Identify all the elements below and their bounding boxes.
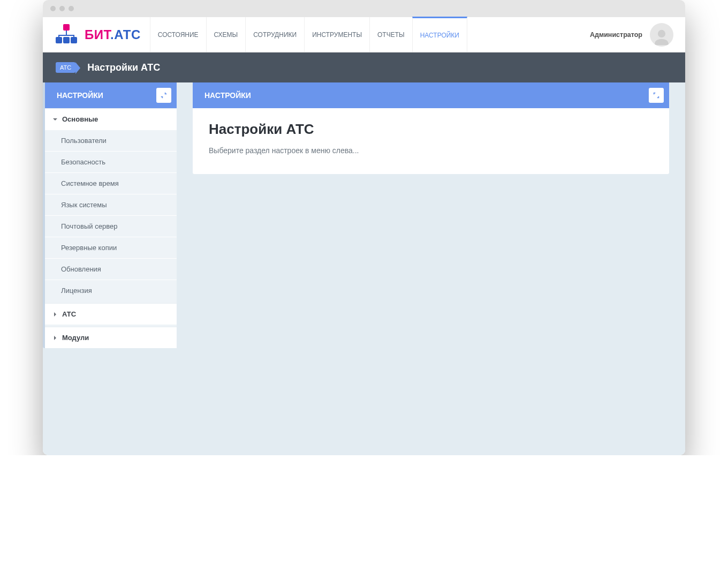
sidebar-item[interactable]: Резервные копии	[45, 237, 177, 258]
compress-icon	[160, 92, 168, 99]
sidebar-item[interactable]: Системное время	[45, 172, 177, 194]
traffic-dot	[50, 6, 56, 11]
sidebar-group-header[interactable]: АТС	[45, 304, 177, 325]
settings-content-panel: НАСТРОЙКИ Настройки АТС Выберите раздел …	[193, 82, 669, 174]
chevron-right-icon	[52, 312, 58, 317]
main-nav: СОСТОЯНИЕСХЕМЫСОТРУДНИКИИНСТРУМЕНТЫОТЧЕТ…	[150, 17, 467, 52]
page-title: Настройки АТС	[87, 62, 160, 73]
content-text: Выберите раздел настроек в меню слева...	[209, 146, 653, 155]
sidebar-item[interactable]: Обновления	[45, 258, 177, 280]
breadcrumb-chip[interactable]: АТС	[56, 62, 75, 73]
settings-sidebar: НАСТРОЙКИ ОсновныеПользователиБезопаснос…	[43, 82, 177, 348]
sidebar-group-header[interactable]: Модули	[45, 327, 177, 348]
logo-text: БИТ.АТС	[85, 27, 141, 42]
nav-item[interactable]: ОТЧЕТЫ	[369, 17, 413, 52]
nav-item[interactable]: СОТРУДНИКИ	[245, 17, 305, 52]
sidebar-item[interactable]: Язык системы	[45, 194, 177, 215]
user-icon	[653, 28, 671, 47]
sidebar-title: НАСТРОЙКИ	[57, 91, 103, 100]
sidebar-item[interactable]: Безопасность	[45, 151, 177, 172]
content-panel-title: НАСТРОЙКИ	[204, 91, 251, 100]
chevron-down-icon	[52, 117, 58, 122]
nav-item[interactable]: СОСТОЯНИЕ	[150, 17, 207, 52]
collapse-button[interactable]	[156, 88, 171, 103]
expand-icon	[653, 92, 660, 99]
sidebar-group-header[interactable]: Основные	[45, 109, 177, 130]
traffic-dot	[59, 6, 65, 11]
logo-icon	[56, 24, 77, 46]
sidebar-item[interactable]: Лицензия	[45, 280, 177, 301]
nav-item[interactable]: СХЕМЫ	[206, 17, 246, 52]
nav-item[interactable]: НАСТРОЙКИ	[412, 17, 467, 52]
current-user-name: Администратор	[590, 31, 642, 39]
breadcrumb: АТС Настройки АТС	[43, 52, 685, 82]
avatar[interactable]	[650, 23, 673, 47]
expand-button[interactable]	[649, 88, 664, 103]
content-heading: Настройки АТС	[209, 121, 653, 138]
sidebar-item[interactable]: Пользователи	[45, 130, 177, 151]
nav-item[interactable]: ИНСТРУМЕНТЫ	[304, 17, 370, 52]
traffic-dot	[69, 6, 74, 11]
window-titlebar	[43, 0, 685, 17]
app-logo[interactable]: БИТ.АТС	[43, 17, 150, 52]
sidebar-item[interactable]: Почтовый сервер	[45, 215, 177, 237]
chevron-right-icon	[52, 335, 58, 341]
